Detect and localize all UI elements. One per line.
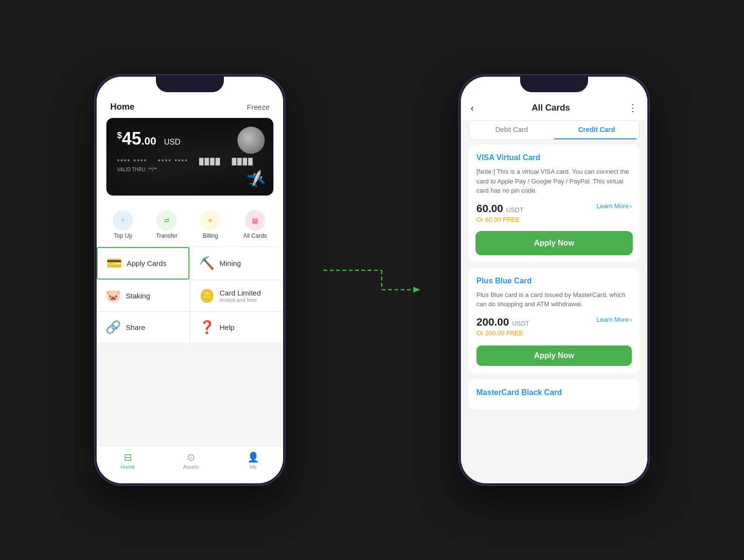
svg-text:≡: ≡ [208,217,212,224]
transfer-action[interactable]: ⇄ Transfer [156,210,177,239]
menu-item-staking[interactable]: 🐷 Staking [97,280,189,311]
menu-item-help[interactable]: ❓ Help [190,312,283,343]
help-icon: ❓ [199,320,215,335]
plus-blue-learn-more[interactable]: Learn More › [596,316,632,323]
transfer-icon: ⇄ [156,210,177,231]
visa-virtual-card: VISA Virtual Card [Note:] This is a virt… [469,145,640,262]
nav-me[interactable]: 👤 Me [247,451,259,470]
help-label: Help [220,323,235,331]
visa-free: Or 60.00 FREE [476,216,524,223]
staking-icon: 🐷 [105,288,121,303]
plus-blue-price: 200.00 USDT [476,316,529,329]
cardlimited-label: Card Limited [220,289,261,297]
phone-home: Home Freeze $45.00 USD **** **** **** **… [95,75,285,485]
plus-blue-price-row: 200.00 USDT Or 200.00 FREE Learn More › [476,316,632,337]
me-nav-icon: 👤 [247,451,259,463]
svg-marker-11 [413,287,421,293]
quick-actions: ↑ Top Up ⇄ Transfer ≡ Billi [97,203,283,246]
menu-grid: 💳 Apply Cards ⛏️ Mining 🐷 Staking [97,247,283,343]
plus-blue-card: Plus Blue Card Plus Blue card is a card … [469,268,640,374]
allcards-icon: ▤ [245,210,265,231]
billing-label: Billing [203,232,218,239]
billing-action[interactable]: ≡ Billing [200,210,220,239]
cards-screen: ‹ All Cards ⋮ Debit Card Credit Card VIS… [461,77,647,483]
home-nav-label: Home [120,464,135,470]
menu-item-mining[interactable]: ⛏️ Mining [190,247,283,280]
home-screen: Home Freeze $45.00 USD **** **** **** **… [97,77,283,483]
topup-action[interactable]: ↑ Top Up [113,210,133,239]
visa-learn-more[interactable]: Learn More › [596,202,632,210]
phone-cards: ‹ All Cards ⋮ Debit Card Credit Card VIS… [459,75,649,485]
plus-blue-card-desc: Plus Blue card is a card issued by Maste… [476,290,632,309]
notch-2 [520,77,588,92]
home-nav-icon: ⊟ [124,451,132,463]
cards-title: All Cards [532,103,570,113]
assets-nav-icon: ⊙ [187,451,195,463]
applycards-icon: 💳 [106,256,122,271]
topup-label: Top Up [114,232,132,239]
freeze-button[interactable]: Freeze [247,103,270,111]
mastercard-black-name: MasterCard Black Card [476,388,632,397]
me-nav-label: Me [249,464,256,470]
card-valid: VALID THRU **/** [117,167,263,172]
notch [156,77,224,92]
share-label: Share [126,323,145,331]
bank-card: $45.00 USD **** **** **** **** ████ ████… [106,118,273,196]
visa-card-name: VISA Virtual Card [476,153,632,162]
visa-apply-now-button[interactable]: Apply Now [476,232,632,254]
card-section: $45.00 USD **** **** **** **** ████ ████… [97,118,283,203]
topup-icon: ↑ [113,210,133,231]
transfer-label: Transfer [156,232,177,239]
cardlimited-icon: 🪙 [199,288,215,303]
home-title: Home [110,102,135,112]
visa-price: 60.00 USDT [476,202,524,215]
staking-label: Staking [126,292,150,300]
nav-assets[interactable]: ⊙ Assets [183,451,199,470]
share-icon: 🔗 [105,320,121,335]
allcards-label: All Cards [243,232,267,239]
billing-icon: ≡ [200,210,220,231]
dashed-arrow-svg [323,265,421,295]
allcards-action[interactable]: ▤ All Cards [243,210,267,239]
menu-item-share[interactable]: 🔗 Share [97,312,189,343]
mining-icon: ⛏️ [199,256,215,271]
nav-home[interactable]: ⊟ Home [120,451,135,470]
menu-item-cardlimited[interactable]: 🪙 Card Limited limited and fees [190,280,283,311]
connector-area [323,265,421,295]
svg-text:↑: ↑ [121,216,125,224]
mining-label: Mining [220,259,241,267]
cardlimited-sub: limited and fees [220,297,261,303]
assets-nav-label: Assets [183,464,199,470]
bottom-nav: ⊟ Home ⊙ Assets 👤 Me [97,446,283,483]
back-button[interactable]: ‹ [471,102,474,114]
mastercard-black-card: MasterCard Black Card [469,379,640,410]
svg-text:⇄: ⇄ [164,217,169,224]
menu-item-applycards[interactable]: 💳 Apply Cards [97,247,189,280]
cards-list: VISA Virtual Card [Note:] This is a virt… [461,145,647,474]
tab-debit[interactable]: Debit Card [469,121,554,139]
menu-icon[interactable]: ⋮ [628,102,638,114]
svg-text:▤: ▤ [252,217,258,224]
tab-credit[interactable]: Credit Card [554,121,639,139]
cards-tabs: Debit Card Credit Card [469,120,640,140]
plus-blue-card-name: Plus Blue Card [476,277,632,285]
plus-blue-apply-now-button[interactable]: Apply Now [476,346,632,366]
visa-card-desc: [Note:] This is a virtual VISA card. You… [476,167,632,196]
scene: Home Freeze $45.00 USD **** **** **** **… [0,0,744,560]
visa-price-row: 60.00 USDT Or 60.00 FREE Learn More › [476,202,632,223]
card-numbers: **** **** **** **** ████ ████ [117,158,263,165]
plus-blue-free: Or 200.00 FREE [476,329,529,337]
card-globe [237,127,265,154]
applycards-label: Apply Cards [127,259,167,267]
